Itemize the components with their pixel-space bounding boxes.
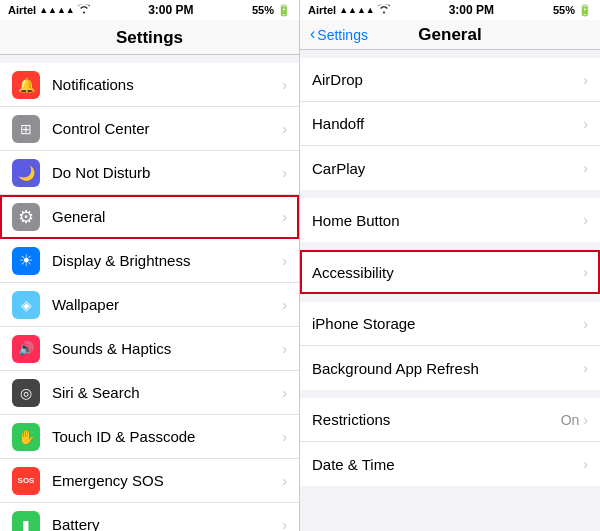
emergency-sos-chevron-icon: › xyxy=(282,473,287,489)
left-item-wallpaper[interactable]: ◈ Wallpaper › xyxy=(0,283,299,327)
right-panel: Airtel ▲▲▲▲ 3:00 PM 55% 🔋 ‹ Settings Gen… xyxy=(300,0,600,531)
right-item-iphone-storage[interactable]: iPhone Storage › xyxy=(300,302,600,346)
left-settings-list: 🔔 Notifications › ⊞ Control Center › 🌙 D… xyxy=(0,55,299,531)
handoff-chevron-icon: › xyxy=(583,116,588,132)
right-signal-icon: ▲▲▲▲ xyxy=(339,5,375,15)
background-app-refresh-chevron-icon: › xyxy=(583,360,588,376)
wallpaper-icon: ◈ xyxy=(12,291,40,319)
touch-id-passcode-icon: ✋ xyxy=(12,423,40,451)
handoff-label: Handoff xyxy=(312,115,583,132)
general-chevron-icon: › xyxy=(282,209,287,225)
right-nav-title: General xyxy=(418,25,481,45)
emergency-sos-icon: SOS xyxy=(12,467,40,495)
sounds-haptics-icon: 🔊 xyxy=(12,335,40,363)
notifications-chevron-icon: › xyxy=(282,77,287,93)
back-chevron-icon: ‹ xyxy=(310,25,315,43)
airdrop-chevron-icon: › xyxy=(583,72,588,88)
right-group-2: Accessibility › xyxy=(300,250,600,294)
left-item-emergency-sos[interactable]: SOS Emergency SOS › xyxy=(0,459,299,503)
home-button-label: Home Button xyxy=(312,212,583,229)
left-status-bar: Airtel ▲▲▲▲ 3:00 PM 55% 🔋 xyxy=(0,0,299,20)
battery-icon: ▮ xyxy=(12,511,40,532)
notifications-icon: 🔔 xyxy=(12,71,40,99)
right-group-0: AirDrop › Handoff › CarPlay › xyxy=(300,58,600,190)
iphone-storage-label: iPhone Storage xyxy=(312,315,583,332)
left-item-do-not-disturb[interactable]: 🌙 Do Not Disturb › xyxy=(0,151,299,195)
right-settings-list: AirDrop › Handoff › CarPlay › Home Butto… xyxy=(300,50,600,531)
left-status-right: 55% 🔋 xyxy=(252,4,291,17)
background-app-refresh-label: Background App Refresh xyxy=(312,360,583,377)
right-item-carplay[interactable]: CarPlay › xyxy=(300,146,600,190)
left-item-display-brightness[interactable]: ☀ Display & Brightness › xyxy=(0,239,299,283)
accessibility-label: Accessibility xyxy=(312,264,583,281)
right-status-right: 55% 🔋 xyxy=(553,4,592,17)
right-item-restrictions[interactable]: Restrictions On › xyxy=(300,398,600,442)
general-icon: ⚙ xyxy=(12,203,40,231)
right-item-accessibility[interactable]: Accessibility › xyxy=(300,250,600,294)
sounds-haptics-chevron-icon: › xyxy=(282,341,287,357)
wallpaper-chevron-icon: › xyxy=(282,297,287,313)
right-wifi-icon xyxy=(378,4,390,16)
right-group-4: Restrictions On › Date & Time › xyxy=(300,398,600,486)
right-group-3: iPhone Storage › Background App Refresh … xyxy=(300,302,600,390)
carplay-chevron-icon: › xyxy=(583,160,588,176)
general-label: General xyxy=(52,208,282,225)
back-label: Settings xyxy=(317,27,368,43)
restrictions-value: On xyxy=(561,412,580,428)
left-wifi-icon xyxy=(78,4,90,16)
siri-search-chevron-icon: › xyxy=(282,385,287,401)
left-signal-icon: ▲▲▲▲ xyxy=(39,5,75,15)
left-battery-pct: 55% xyxy=(252,4,274,16)
right-time: 3:00 PM xyxy=(449,3,494,17)
left-nav-title: Settings xyxy=(116,28,183,47)
right-battery-icon: 🔋 xyxy=(578,4,592,17)
restrictions-chevron-icon: › xyxy=(583,412,588,428)
battery-label: Battery xyxy=(52,516,282,531)
date-time-chevron-icon: › xyxy=(583,456,588,472)
right-battery-pct: 55% xyxy=(553,4,575,16)
carplay-label: CarPlay xyxy=(312,160,583,177)
left-item-sounds-haptics[interactable]: 🔊 Sounds & Haptics › xyxy=(0,327,299,371)
left-item-notifications[interactable]: 🔔 Notifications › xyxy=(0,63,299,107)
right-status-bar: Airtel ▲▲▲▲ 3:00 PM 55% 🔋 xyxy=(300,0,600,20)
left-status-left: Airtel ▲▲▲▲ xyxy=(8,4,90,16)
control-center-label: Control Center xyxy=(52,120,282,137)
siri-search-label: Siri & Search xyxy=(52,384,282,401)
accessibility-chevron-icon: › xyxy=(583,264,588,280)
siri-search-icon: ◎ xyxy=(12,379,40,407)
battery-chevron-icon: › xyxy=(282,517,287,532)
display-brightness-icon: ☀ xyxy=(12,247,40,275)
left-item-touch-id-passcode[interactable]: ✋ Touch ID & Passcode › xyxy=(0,415,299,459)
back-button[interactable]: ‹ Settings xyxy=(310,26,368,43)
right-item-background-app-refresh[interactable]: Background App Refresh › xyxy=(300,346,600,390)
left-item-battery[interactable]: ▮ Battery › xyxy=(0,503,299,531)
left-item-general[interactable]: ⚙ General › xyxy=(0,195,299,239)
right-item-handoff[interactable]: Handoff › xyxy=(300,102,600,146)
left-time: 3:00 PM xyxy=(148,3,193,17)
right-item-home-button[interactable]: Home Button › xyxy=(300,198,600,242)
control-center-icon: ⊞ xyxy=(12,115,40,143)
do-not-disturb-chevron-icon: › xyxy=(282,165,287,181)
right-group-1: Home Button › xyxy=(300,198,600,242)
wallpaper-label: Wallpaper xyxy=(52,296,282,313)
sounds-haptics-label: Sounds & Haptics xyxy=(52,340,282,357)
right-item-date-time[interactable]: Date & Time › xyxy=(300,442,600,486)
emergency-sos-label: Emergency SOS xyxy=(52,472,282,489)
display-brightness-label: Display & Brightness xyxy=(52,252,282,269)
touch-id-passcode-chevron-icon: › xyxy=(282,429,287,445)
left-panel: Airtel ▲▲▲▲ 3:00 PM 55% 🔋 Settings 🔔 Not… xyxy=(0,0,300,531)
left-item-siri-search[interactable]: ◎ Siri & Search › xyxy=(0,371,299,415)
left-carrier: Airtel xyxy=(8,4,36,16)
right-carrier: Airtel xyxy=(308,4,336,16)
airdrop-label: AirDrop xyxy=(312,71,583,88)
control-center-chevron-icon: › xyxy=(282,121,287,137)
right-item-airdrop[interactable]: AirDrop › xyxy=(300,58,600,102)
do-not-disturb-label: Do Not Disturb xyxy=(52,164,282,181)
left-item-control-center[interactable]: ⊞ Control Center › xyxy=(0,107,299,151)
home-button-chevron-icon: › xyxy=(583,212,588,228)
date-time-label: Date & Time xyxy=(312,456,583,473)
left-nav-bar: Settings xyxy=(0,20,299,55)
do-not-disturb-icon: 🌙 xyxy=(12,159,40,187)
display-brightness-chevron-icon: › xyxy=(282,253,287,269)
right-nav-bar: ‹ Settings General xyxy=(300,20,600,50)
